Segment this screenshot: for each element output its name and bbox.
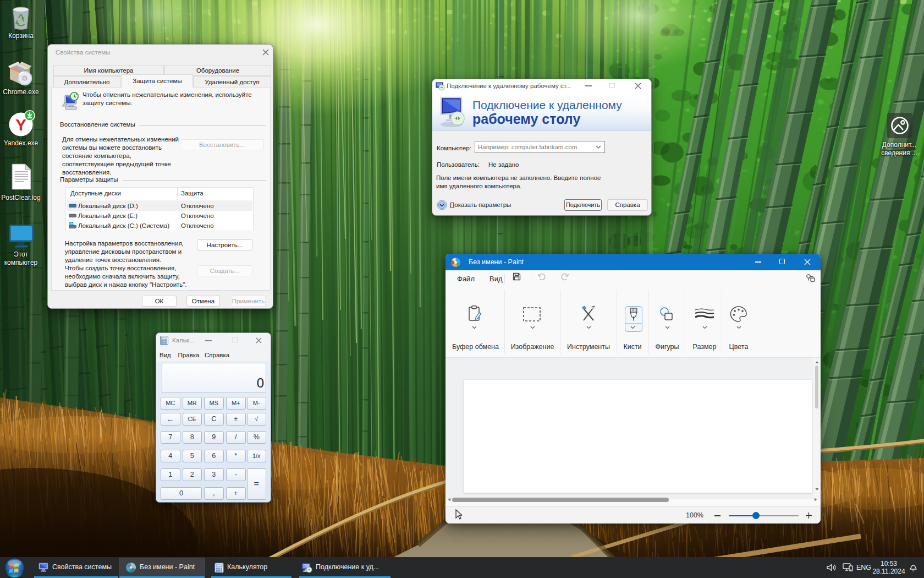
svg-text:Y: Y [15,116,26,134]
